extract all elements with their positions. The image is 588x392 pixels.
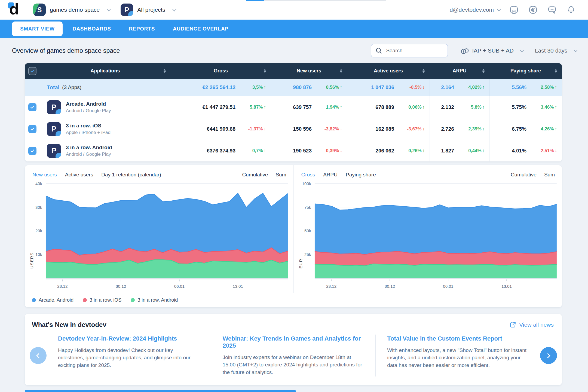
news-item-title[interactable]: Total Value in the Custom Events Report — [387, 335, 529, 342]
euro-balance-icon[interactable] — [528, 5, 538, 15]
tab-dashboards[interactable]: DASHBOARDS — [64, 22, 119, 36]
svg-text:40k: 40k — [35, 181, 42, 186]
news-item[interactable]: Devtodev Year-in-Review: 2024 Highlights… — [47, 333, 211, 371]
chart-tab-day1-retention[interactable]: Day 1 retention (calendar) — [101, 172, 161, 178]
sort-icon[interactable] — [422, 69, 425, 73]
paying-share-cell: 6.75%4,26% — [489, 118, 562, 140]
new-users-cell: 190 523-0,39% — [271, 140, 347, 161]
column-header-active-users[interactable]: Active users — [347, 63, 430, 79]
next-section-peek — [25, 390, 296, 392]
space-icon: S — [33, 4, 46, 16]
active-users-cell: 678 8890,06% — [347, 96, 430, 118]
gross-cell: €376 374.930,7% — [171, 140, 271, 161]
chart-tab-active-users[interactable]: Active users — [65, 172, 93, 178]
sort-icon[interactable] — [340, 69, 342, 73]
app-icon: P — [47, 122, 61, 136]
chart-tab-new-users[interactable]: New users — [32, 172, 57, 178]
row-checkbox[interactable] — [28, 147, 36, 155]
date-range-label: Last 30 days — [535, 47, 567, 54]
chart-mode-sum[interactable]: Sum — [544, 172, 555, 178]
search-icon — [375, 47, 383, 54]
chevron-down-icon — [107, 8, 111, 11]
row-checkbox[interactable] — [28, 125, 36, 133]
revenue-chart-panel: Gross ARPU Paying share Cumulative Sum 2… — [293, 165, 562, 293]
chart-tab-gross[interactable]: Gross — [301, 172, 315, 178]
app-cell[interactable]: P 3 in a row. AndroidAndroid / Google Pl… — [40, 140, 171, 161]
total-active-users-cell: 1 047 036-0,5% — [347, 79, 430, 96]
metrics-filter[interactable]: IAP + SUB + AD — [460, 46, 523, 55]
total-paying-share-cell: 5.56%2,58% — [489, 79, 562, 96]
project-selector[interactable]: P All projects — [121, 4, 175, 16]
sort-icon[interactable] — [264, 69, 266, 73]
notifications-icon[interactable] — [566, 5, 576, 15]
table-header-row: Applications Gross New users Active user… — [25, 63, 562, 79]
svg-text:30.12: 30.12 — [384, 284, 395, 289]
carousel-next-button[interactable] — [540, 347, 557, 364]
column-header-gross[interactable]: Gross — [171, 63, 271, 79]
svg-text:25k: 25k — [304, 252, 311, 257]
news-item-title[interactable]: Webinar: Key Trends in Games and Analyti… — [223, 335, 365, 349]
carousel-prev-button[interactable] — [30, 347, 47, 364]
sort-icon[interactable] — [555, 69, 557, 73]
total-new-users-cell: 980 8760,56% — [271, 79, 347, 96]
total-arpu-cell: 2.1644,02% — [430, 79, 489, 96]
devtodev-logo-icon[interactable]: d — [8, 2, 22, 18]
news-item-body: With enhanced layouts, a new "Show Total… — [387, 347, 529, 369]
svg-text:30.12: 30.12 — [116, 284, 126, 289]
page-progress-bar — [246, 0, 386, 1]
svg-text:06.01: 06.01 — [174, 284, 185, 289]
chart-mode-cumulative[interactable]: Cumulative — [242, 172, 268, 178]
date-range-filter[interactable]: Last 30 days — [535, 47, 577, 54]
column-header-arpu[interactable]: ARPU — [430, 63, 489, 79]
app-cell[interactable]: P Arcade. AndroidAndroid / Google Play — [40, 96, 171, 118]
search-box[interactable] — [371, 44, 448, 57]
account-email: d@devtodev.com — [450, 7, 494, 13]
column-header-applications[interactable]: Applications — [40, 63, 171, 79]
svg-text:23.12: 23.12 — [57, 284, 68, 289]
column-header-new-users[interactable]: New users — [271, 63, 347, 79]
new-users-cell: 639 7571,94% — [271, 96, 347, 118]
table-total-row: Total (3 Apps) €2 265 564.123,5% 980 876… — [25, 79, 562, 96]
chat-icon[interactable] — [547, 5, 557, 15]
select-all-checkbox[interactable] — [28, 67, 36, 75]
legend-dot-red — [83, 298, 87, 302]
chart-tab-paying-share[interactable]: Paying share — [346, 172, 376, 178]
news-item[interactable]: Webinar: Key Trends in Games and Analyti… — [211, 333, 376, 378]
chevron-down-icon — [520, 48, 524, 52]
whats-new-panel: What's New in devtodev View all news Dev… — [25, 314, 562, 385]
search-input[interactable] — [386, 48, 444, 54]
chart-mode-sum[interactable]: Sum — [275, 172, 286, 178]
chart-tab-arpu[interactable]: ARPU — [323, 172, 338, 178]
row-checkbox[interactable] — [28, 103, 36, 111]
news-item[interactable]: Total Value in the Custom Events Report … — [376, 333, 540, 371]
account-menu[interactable]: d@devtodev.com — [450, 7, 500, 13]
space-selector[interactable]: S games demo space — [33, 4, 110, 16]
app-cell[interactable]: P 3 in a row. iOSApple / iPhone + iPad — [40, 118, 171, 140]
legend-item[interactable]: Arcade. Android — [32, 297, 74, 303]
arpu-cell: 1.8270,44% — [430, 140, 489, 161]
table-row: P Arcade. AndroidAndroid / Google Play €… — [25, 96, 562, 118]
project-name: All projects — [137, 7, 165, 13]
legend-item[interactable]: 3 in a row. iOS — [83, 297, 121, 303]
tab-smart-view[interactable]: SMART VIEW — [12, 22, 63, 36]
monetization-icon — [460, 46, 469, 55]
arpu-cell: 2.1325,8% — [430, 96, 489, 118]
table-row: P 3 in a row. AndroidAndroid / Google Pl… — [25, 140, 562, 161]
sort-icon[interactable] — [164, 69, 166, 73]
bookmark-icon[interactable] — [509, 5, 519, 15]
sort-icon[interactable] — [482, 69, 485, 73]
legend-item[interactable]: 3 in a row. Android — [131, 297, 178, 303]
tab-reports[interactable]: REPORTS — [121, 22, 163, 36]
chevron-right-icon — [545, 353, 550, 358]
svg-text:75k: 75k — [304, 205, 311, 210]
paying-share-cell: 5.75%3,46% — [489, 96, 562, 118]
chevron-down-icon — [574, 48, 577, 52]
news-item-title[interactable]: Devtodev Year-in-Review: 2024 Highlights — [58, 335, 200, 342]
charts-panel: New users Active users Day 1 retention (… — [25, 165, 562, 307]
view-all-news-link[interactable]: View all news — [509, 321, 554, 328]
column-header-paying-share[interactable]: Paying share — [489, 63, 562, 79]
active-users-cell: 162 085-3,67% — [347, 118, 430, 140]
tab-audience-overlap[interactable]: AUDIENCE OVERLAP — [165, 22, 237, 36]
svg-text:20k: 20k — [35, 228, 42, 233]
chart-mode-cumulative[interactable]: Cumulative — [511, 172, 537, 178]
